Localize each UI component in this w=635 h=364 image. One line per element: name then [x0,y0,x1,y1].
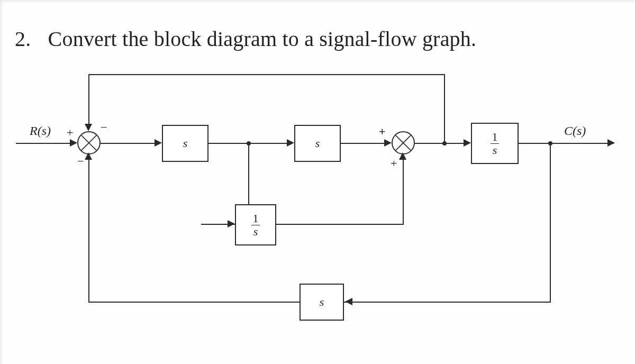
arrowhead-icon [155,139,162,147]
arrowhead-icon [85,124,92,131]
wire [415,143,469,144]
arrowhead-icon [70,139,77,147]
block-inner-fb-num: 1 [251,212,261,224]
block-g3-den: s [491,143,500,156]
block-g3-fraction: 1 s [490,131,500,156]
block-g3-num: 1 [490,131,500,143]
block-g1-label: s [183,136,188,150]
wire [344,302,551,303]
block-g2: s [294,125,341,162]
sum2-sign-bottom: + [391,157,397,170]
arrowhead-icon [228,220,235,228]
summing-junction-1 [77,131,101,154]
summing-junction-2 [392,131,415,154]
arrowhead-icon [384,139,392,147]
wire [341,143,389,144]
output-label: C(s) [564,124,586,138]
sum1-sign-bottom: − [77,154,84,168]
arrowhead-icon [464,139,471,147]
block-g3: 1 s [471,123,519,164]
sum2-sign-upper: + [379,125,385,139]
question-number: 2. [15,27,31,51]
arrowhead-icon [85,152,92,160]
page: 2. Convert the block diagram to a signal… [0,0,635,364]
arrowhead-icon [345,298,352,305]
input-label: R(s) [30,124,51,138]
arrowhead-icon [287,139,294,147]
wire [519,143,614,144]
block-g1: s [162,125,208,162]
block-inner-fb-den: s [251,225,260,238]
block-outer-feedback: s [300,284,344,321]
wire [444,74,445,143]
wire [550,144,551,303]
arrowhead-icon [607,139,615,147]
wire [89,302,300,303]
block-inner-fb-fraction: 1 s [251,212,261,237]
wire [16,143,75,144]
wire [88,74,89,126]
question-text: Convert the block diagram to a signal-fl… [48,27,477,51]
sum1-sign-top: − [101,121,107,134]
block-g2-label: s [315,136,320,150]
wire [403,154,404,225]
wire [101,143,160,144]
block-inner-feedback: 1 s [235,204,276,245]
sum1-sign-left: + [67,126,73,140]
block-outer-fb-label: s [320,295,324,309]
arrowhead-icon [399,152,406,160]
question-prompt: 2. Convert the block diagram to a signal… [15,26,476,51]
wire [89,74,445,75]
wire [276,224,403,225]
wire [88,154,89,303]
